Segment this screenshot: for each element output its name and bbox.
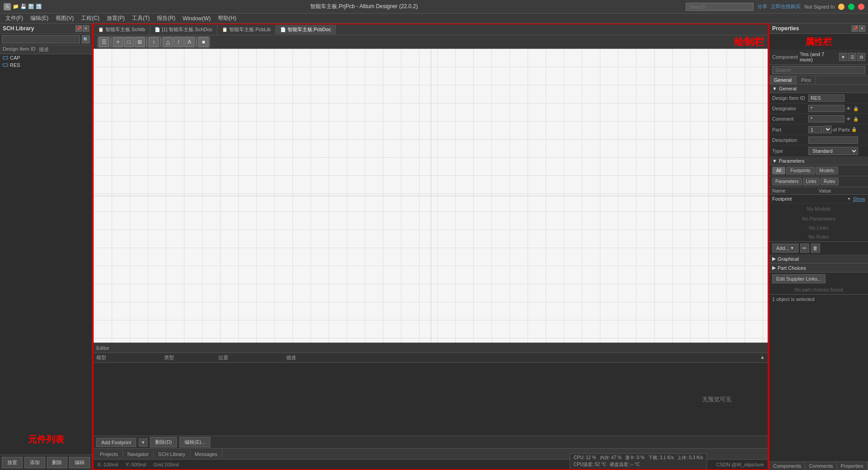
edit-footprint-button[interactable]: 编辑(E)...	[179, 437, 210, 447]
prop-search	[769, 65, 868, 76]
description-input[interactable]	[808, 136, 858, 144]
bottom-tab-navigator[interactable]: Navigator	[123, 451, 154, 458]
delete-param-button[interactable]: 🗑	[811, 244, 820, 253]
comment-input[interactable]	[808, 115, 844, 122]
bottom-tab-sch-library[interactable]: SCH Library	[154, 451, 190, 458]
filter-parameters-button[interactable]: Parameters	[772, 178, 802, 185]
edit-button[interactable]: 编辑	[69, 457, 90, 468]
footprint-show-link[interactable]: Show	[853, 196, 865, 202]
add-footprint-button[interactable]: Add Footprint	[96, 438, 136, 447]
menu-tools[interactable]: 工具(T)	[128, 14, 153, 23]
add-button[interactable]: 添加	[24, 457, 45, 468]
part-count-input[interactable]	[808, 126, 822, 133]
part-lock-icon[interactable]: 🔒	[851, 127, 857, 133]
menu-window[interactable]: Window(W)	[179, 14, 214, 23]
right-tab-properties[interactable]: Properties	[837, 462, 868, 470]
delete-button[interactable]: 删除	[47, 457, 68, 468]
design-item-id-input[interactable]	[808, 94, 844, 102]
tab-general[interactable]: General	[769, 76, 797, 84]
filter-all-button[interactable]: All	[772, 167, 785, 174]
draw-tool-fill[interactable]: ■	[198, 37, 208, 47]
lib-search-input[interactable]	[2, 35, 80, 43]
graphical-section-header[interactable]: ▶ Graphical	[769, 254, 868, 263]
minimize-button[interactable]	[838, 4, 844, 10]
tab-pins[interactable]: Pins	[797, 76, 816, 84]
collapse-button[interactable]: ▲	[756, 354, 765, 361]
tab-schdoc[interactable]: 📄 [1] 智能车主板.SchDoc	[150, 25, 217, 34]
right-panel-close-button[interactable]: ✕	[859, 25, 865, 32]
part-choices-section: ▶ Part Choices Edit Supplier Links... No…	[769, 263, 868, 294]
status-x: X:-100mil	[97, 462, 118, 467]
share-button[interactable]: 分享	[757, 3, 767, 10]
right-panel-pin-button[interactable]: 📌	[852, 25, 858, 32]
designator-eye-icon[interactable]: 👁	[845, 105, 852, 112]
add-dropdown-button[interactable]: Add... ▼	[772, 244, 798, 253]
designator-lock-icon[interactable]: 🔒	[853, 105, 859, 112]
right-tab-components[interactable]: Components	[769, 462, 805, 470]
edit-supplier-links-button[interactable]: Edit Supplier Links...	[772, 274, 826, 283]
tab-schlib[interactable]: 📋 智能车主板.Schlib	[94, 25, 150, 34]
no-part-choices-label: No part choices found	[769, 285, 868, 294]
component-icon-btn-2[interactable]: ☰	[848, 53, 856, 61]
draw-tool-filter[interactable]: ☰	[99, 37, 109, 47]
part-dropdown[interactable]: ▼	[823, 126, 832, 133]
general-section-header[interactable]: ▼ General	[769, 85, 868, 93]
right-panel-controls: 📌 ✕	[852, 25, 865, 32]
component-icon-btn-3[interactable]: ⚙	[857, 53, 865, 61]
right-tab-comments[interactable]: Comments	[805, 462, 837, 470]
filter-footprints-button[interactable]: Footprints	[786, 167, 814, 174]
part-choices-section-header[interactable]: ▶ Part Choices	[769, 263, 868, 273]
buy-button[interactable]: 立即在线购买	[771, 3, 801, 10]
menu-file[interactable]: 文件(F)	[2, 14, 27, 23]
filter-rules-button[interactable]: Rules	[821, 178, 839, 185]
place-button[interactable]: 放置	[2, 457, 23, 468]
left-panel-close-button[interactable]: ✕	[83, 25, 89, 32]
draw-separator-4	[196, 38, 197, 46]
left-panel-pin-button[interactable]: 📌	[75, 25, 82, 32]
draw-tool-grid[interactable]: ⊞	[135, 37, 145, 47]
not-signed-in: Not Signed In	[804, 4, 835, 9]
menu-place[interactable]: 放置(P)	[103, 14, 128, 23]
list-item[interactable]: RES	[0, 61, 92, 69]
bottom-tab-projects[interactable]: Projects	[95, 451, 123, 458]
maximize-button[interactable]	[848, 4, 854, 10]
menu-project[interactable]: 工程(C)	[77, 14, 103, 23]
collapse-icon: ▼	[772, 86, 777, 91]
menu-help[interactable]: 帮助(H)	[214, 14, 240, 23]
toolbar-annotation: 绘制栏	[734, 35, 764, 49]
close-button[interactable]	[858, 4, 864, 10]
draw-tool-move[interactable]: ↕	[149, 37, 159, 47]
draw-tool-rect[interactable]: □	[124, 37, 134, 47]
list-item[interactable]: CAP	[0, 54, 92, 61]
component-icon-btn-1[interactable]: ▼	[839, 53, 847, 61]
no-parameters-label: No Parameters	[769, 214, 868, 223]
parameters-section-header[interactable]: ▼ Parameters	[769, 157, 868, 165]
menu-edit[interactable]: 编辑(E)	[27, 14, 52, 23]
bottom-toolbar: Editor	[94, 343, 768, 353]
prop-search-input[interactable]	[772, 66, 865, 74]
lib-search-button[interactable]: 🔍	[82, 35, 90, 43]
draw-tool-text[interactable]: A	[184, 37, 194, 47]
type-select[interactable]: Standard	[808, 147, 858, 155]
designator-input[interactable]	[808, 105, 844, 112]
menu-view[interactable]: 视图(V)	[52, 14, 77, 23]
filter-models-button[interactable]: Models	[816, 167, 838, 174]
draw-tool-line[interactable]: /	[174, 37, 184, 47]
param-filter-buttons: All Footprints Models	[769, 165, 868, 176]
comment-lock-icon[interactable]: 🔒	[853, 116, 859, 122]
draw-tool-add[interactable]: +	[113, 37, 123, 47]
cpu-row-3: 显卡温度: 49 °C 主板温度: -- °C	[574, 468, 703, 470]
filter-links-button[interactable]: Links	[803, 178, 820, 185]
menu-reports[interactable]: 报告(R)	[153, 14, 179, 23]
draw-tool-poly[interactable]: △	[163, 37, 173, 47]
tab-pcbdoc[interactable]: 📄 智能车主板.PcbDoc	[276, 25, 336, 34]
edit-param-button[interactable]: ✏	[800, 244, 809, 253]
delete-footprint-button[interactable]: 删除(D)	[150, 437, 177, 447]
schematic-canvas[interactable]	[94, 49, 768, 343]
comment-eye-icon[interactable]: 👁	[845, 116, 852, 122]
param-filter-buttons-2: Parameters Links Rules	[769, 176, 868, 187]
bottom-tab-messages[interactable]: Messages	[190, 451, 222, 458]
add-footprint-dropdown[interactable]: ▼	[139, 438, 147, 446]
tab-pcblib[interactable]: 📋 智能车主板.PcbLib	[217, 25, 276, 34]
global-search-input[interactable]	[686, 3, 754, 11]
